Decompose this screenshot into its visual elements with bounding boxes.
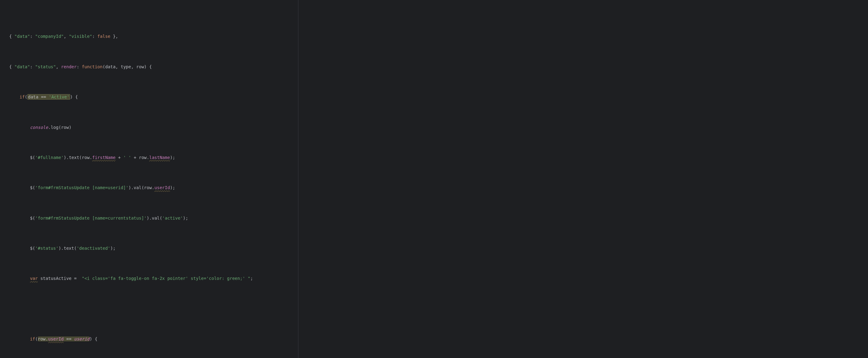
code-line: $('form#frmStatusUpdate [name=userid]').… bbox=[9, 184, 868, 192]
code-line: { "data": "companyId", "visible": false … bbox=[9, 33, 868, 40]
code-line bbox=[9, 305, 868, 313]
code-line: var statusActive = "<i class='fa fa-togg… bbox=[9, 275, 868, 282]
code-line: console.log(row) bbox=[9, 124, 868, 131]
code-line: if(row.userId == userid) { bbox=[9, 335, 868, 343]
code-line: $('#status').text('deactivated'); bbox=[9, 245, 868, 252]
code-line: $('#fullname').text(row.firstName + ' ' … bbox=[9, 154, 868, 161]
code-line: $('form#frmStatusUpdate [name=currentsta… bbox=[9, 215, 868, 222]
code-editor[interactable]: { "data": "companyId", "visible": false … bbox=[0, 0, 868, 358]
code-line: if(data == 'Active') { bbox=[9, 93, 868, 101]
code-line: { "data": "status", render: function(dat… bbox=[9, 63, 868, 71]
